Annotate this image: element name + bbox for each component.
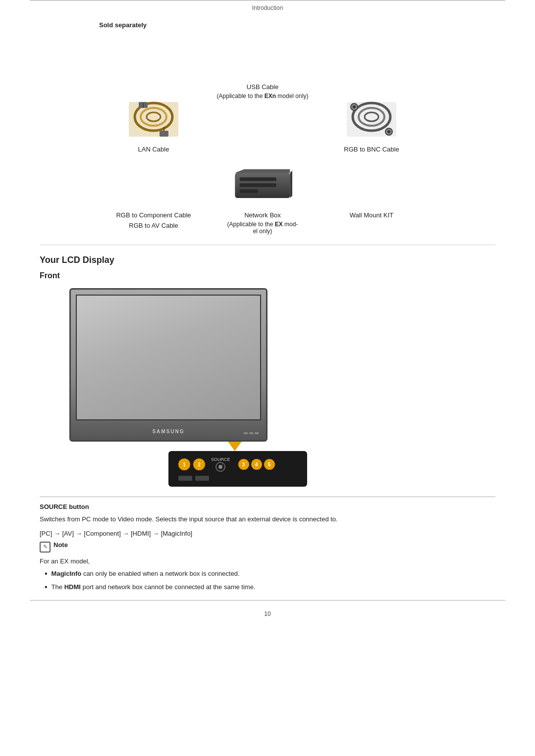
- accessories-row-2: RGB to Component Cable RGB to AV Cable: [99, 163, 495, 235]
- header-title: Introduction: [252, 4, 283, 11]
- page-number: 10: [0, 601, 535, 622]
- svg-marker-21: [235, 169, 290, 172]
- bullet-2-text: The HDMI port and network box cannot be …: [52, 582, 256, 593]
- ctrl-top-row: 1 2 SOURCE: [178, 457, 275, 472]
- svg-point-14: [353, 105, 356, 108]
- svg-rect-19: [240, 183, 276, 187]
- arrow-down-icon: [227, 440, 243, 451]
- lcd-monitor: SAMSUNG: [69, 288, 268, 442]
- ctrl-right-buttons: 3 4 5: [238, 459, 275, 470]
- component-cable-item: RGB to Component Cable RGB to AV Cable: [99, 163, 208, 229]
- usb-cable-note: (Applicable to the EXn model only): [217, 93, 309, 100]
- control-panel-inner: 1 2 SOURCE: [178, 457, 275, 481]
- source-section: SOURCE button Switches from PC mode to V…: [40, 503, 495, 592]
- bnc-cable-item: RGB to BNC Cable: [317, 97, 426, 153]
- svg-marker-22: [290, 170, 292, 198]
- ctrl-btn-4: 4: [251, 459, 262, 470]
- note-box: ✎ Note: [40, 541, 495, 553]
- for-ex-label: For an EX model,: [40, 557, 495, 565]
- ctrl-btn-5: 5: [264, 459, 275, 470]
- lcd-btn-2: [249, 432, 253, 434]
- btn-5-label: 5: [268, 462, 271, 467]
- component-cable-label: RGB to Component Cable: [116, 211, 191, 219]
- note-icon: ✎: [40, 542, 51, 553]
- svg-rect-18: [240, 177, 276, 181]
- thick-divider: [40, 497, 495, 497]
- btn-3-label: 3: [242, 462, 245, 467]
- network-box-label: Network Box: [244, 211, 281, 219]
- bullet-item-1: MagicInfo can only be enabled when a net…: [45, 569, 495, 579]
- arrow-container: [69, 443, 268, 451]
- control-panel: 1 2 SOURCE: [168, 451, 307, 487]
- page-header: Introduction: [30, 0, 505, 11]
- lcd-btn-1: [244, 432, 248, 434]
- bullet-list: MagicInfo can only be enabled when a net…: [40, 569, 495, 593]
- section-divider-1: [40, 245, 495, 245]
- btn-1-label: 1: [183, 462, 186, 467]
- accessories-section: LAN Cable USB Cable (Applicable to the E…: [99, 35, 495, 235]
- component-cable-image: [124, 163, 183, 207]
- av-cable-label: RGB to AV Cable: [129, 222, 178, 229]
- source-flow: [PC] → [AV] → [Component] → [HDMI] → [Ma…: [40, 530, 495, 537]
- btn-2-label: 2: [198, 462, 201, 467]
- page: Introduction Sold separately: [0, 0, 535, 756]
- lcd-screen: [76, 295, 261, 420]
- lcd-diagram-wrapper: SAMSUNG: [69, 288, 495, 487]
- accessories-row-1: LAN Cable USB Cable (Applicable to the E…: [99, 35, 495, 153]
- lcd-buttons-right: [244, 432, 259, 434]
- ctrl-small-btns: [178, 476, 275, 481]
- lan-cable-label: LAN Cable: [138, 146, 169, 153]
- bnc-cable-label: RGB to BNC Cable: [344, 146, 399, 153]
- sold-separately-label: Sold separately: [99, 21, 495, 29]
- ctrl-small-btn-1: [178, 476, 192, 481]
- av-cable-label-row: RGB to AV Cable: [129, 222, 178, 229]
- network-box-item: Network Box (Applicable to the EX mod-el…: [208, 163, 317, 235]
- source-desc: Switches from PC mode to Video mode. Sel…: [40, 514, 495, 525]
- lcd-with-panel: SAMSUNG: [69, 288, 307, 487]
- network-box-svg: [233, 167, 292, 204]
- bullet-item-2: The HDMI port and network box cannot be …: [45, 582, 495, 593]
- usb-cable-label: USB Cable: [247, 83, 278, 91]
- ctrl-small-btn-2: [195, 476, 209, 481]
- source-title: SOURCE button: [40, 503, 495, 510]
- btn-4-label: 4: [255, 462, 258, 467]
- bnc-cable-image: [342, 97, 401, 142]
- ctrl-btn-3: 3: [238, 459, 249, 470]
- source-ctrl-label: SOURCE: [211, 457, 230, 462]
- wall-mount-item: Wall Mount KIT: [317, 163, 426, 219]
- network-box-image: [233, 163, 292, 207]
- bullet-1-text: MagicInfo can only be enabled when a net…: [52, 569, 240, 579]
- front-heading: Front: [40, 271, 495, 280]
- bnc-cable-svg: [344, 100, 399, 139]
- ctrl-btn-2: 2: [193, 458, 205, 470]
- power-circle: [215, 462, 225, 472]
- content-area: Sold separately: [0, 21, 535, 592]
- samsung-brand-label: SAMSUNG: [152, 429, 184, 434]
- network-box-sublabel: (Applicable to the EX mod-el only): [227, 221, 298, 235]
- wall-mount-label: Wall Mount KIT: [350, 211, 393, 219]
- usb-cable-item: USB Cable (Applicable to the EXn model o…: [208, 35, 317, 153]
- power-inner: [218, 465, 222, 469]
- svg-rect-20: [240, 189, 258, 193]
- ctrl-btn-1: 1: [178, 458, 190, 470]
- lan-cable-image: [124, 97, 183, 142]
- svg-rect-5: [160, 131, 168, 137]
- lan-cable-item: LAN Cable: [99, 97, 208, 153]
- svg-point-15: [387, 130, 390, 133]
- wall-mount-image: [342, 163, 401, 207]
- your-lcd-display-heading: Your LCD Display: [40, 255, 495, 265]
- lcd-btn-3: [255, 432, 259, 434]
- note-label: Note: [54, 541, 68, 549]
- usb-cable-image-2: [233, 104, 292, 149]
- source-group: SOURCE: [211, 457, 230, 472]
- usb-cable-image: [233, 35, 292, 79]
- lan-cable-svg: [126, 100, 181, 139]
